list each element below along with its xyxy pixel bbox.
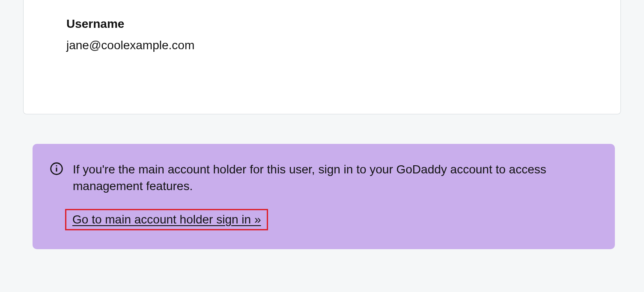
link-highlight: Go to main account holder sign in »: [65, 209, 268, 230]
info-message: If you're the main account holder for th…: [73, 161, 598, 194]
username-value: jane@coolexample.com: [66, 39, 578, 52]
user-card: Username jane@coolexample.com: [23, 0, 621, 114]
link-wrapper: Go to main account holder sign in »: [65, 209, 268, 230]
username-label: Username: [66, 17, 578, 31]
info-icon: [50, 162, 63, 176]
info-callout: If you're the main account holder for th…: [33, 144, 615, 249]
main-account-signin-link[interactable]: Go to main account holder sign in »: [66, 210, 267, 229]
svg-point-2: [56, 165, 57, 167]
info-row: If you're the main account holder for th…: [50, 161, 598, 194]
